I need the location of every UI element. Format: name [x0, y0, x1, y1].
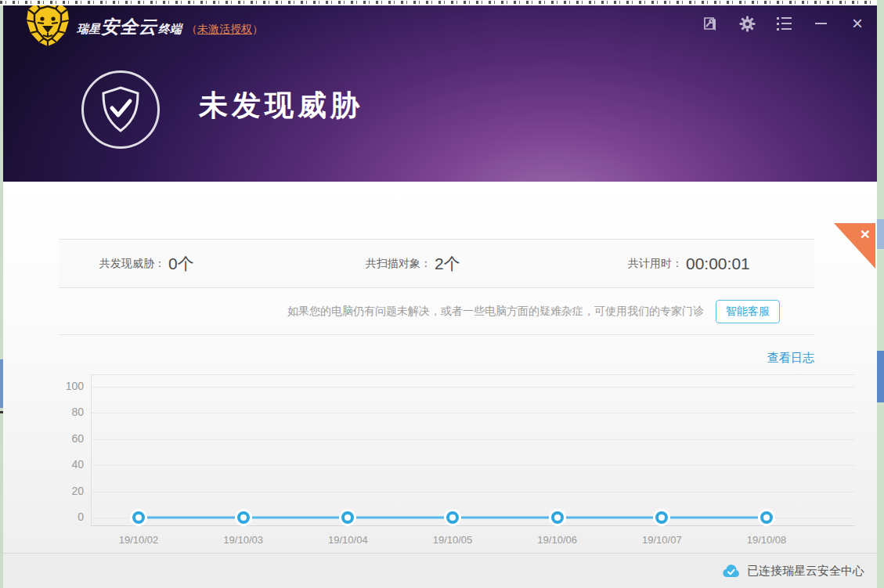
y-axis-tick-label: 80 [48, 406, 84, 418]
cloud-check-icon [722, 565, 740, 578]
close-icon[interactable]: × [849, 15, 866, 32]
stat-value: 00:00:01 [686, 254, 750, 273]
desktop-background-top-strip [0, 0, 884, 5]
license-paren: （ [186, 23, 197, 35]
license-paren: ） [252, 23, 263, 35]
license-text[interactable]: 未激活授权 [197, 23, 252, 35]
stat-value: 0个 [168, 253, 194, 275]
chart-line-svg [92, 375, 855, 528]
expert-service-text: 如果您的电脑仍有问题未解决，或者一些电脑方面的疑难杂症，可使用我们的专家门诊 [287, 305, 704, 319]
chart-data-point[interactable] [446, 511, 459, 524]
license-status-link[interactable]: （未激活授权） [186, 23, 263, 37]
rising-lion-logo [22, 5, 74, 47]
desktop-artifact [877, 351, 884, 402]
y-axis-tick-label: 100 [48, 380, 84, 392]
y-axis-tick-label: 20 [48, 485, 84, 497]
menu-list-icon[interactable] [775, 15, 792, 32]
chart-data-point[interactable] [551, 511, 564, 524]
desktop-background-right-strip [877, 0, 884, 588]
x-axis-tick-label: 19/10/03 [204, 534, 283, 546]
stat-total-time: 共计用时： 00:00:01 [628, 240, 750, 287]
app-window: 瑞星 安全云 终端 （未激活授权） [3, 5, 877, 588]
stat-label: 共计用时： [628, 257, 683, 271]
divider [59, 334, 814, 335]
titlebar-controls: × [702, 15, 866, 32]
cloud-connection-status: 已连接瑞星云安全中心 [747, 564, 864, 579]
toolbox-icon[interactable] [702, 15, 719, 32]
chart-data-point[interactable] [760, 511, 773, 524]
stat-threats-found: 共发现威胁： 0个 [99, 240, 194, 287]
x-axis-tick-label: 19/10/02 [99, 534, 178, 546]
stat-label: 共发现威胁： [99, 257, 165, 271]
desktop-text-artifact [0, 1, 884, 4]
x-axis-tick-label: 19/10/04 [308, 534, 387, 546]
brand-main: 安全云 [101, 15, 157, 39]
smart-service-button[interactable]: 智能客服 [716, 300, 780, 323]
chart-data-point[interactable] [237, 511, 250, 524]
stat-label: 共扫描对象： [366, 257, 431, 271]
minimize-icon[interactable] [812, 15, 829, 32]
desktop-artifact [877, 219, 884, 249]
scan-stats-row: 共发现威胁： 0个 共扫描对象： 2个 共计用时： 00:00:01 [59, 240, 814, 287]
brand-prefix: 瑞星 [77, 22, 100, 37]
x-axis-tick-label: 19/10/05 [413, 534, 492, 546]
view-log-link[interactable]: 查看日志 [763, 351, 814, 366]
scan-summary-content: 共发现威胁： 0个 共扫描对象： 2个 共计用时： 00:00:01 如果您的电… [3, 182, 877, 588]
y-axis-tick-label: 40 [48, 458, 84, 471]
status-bar: 已连接瑞星云安全中心 [3, 553, 877, 588]
scan-result-title: 未发现威胁 [199, 86, 363, 125]
stat-objects-scanned: 共扫描对象： 2个 [366, 240, 460, 287]
expert-service-row: 如果您的电脑仍有问题未解决，或者一些电脑方面的疑难杂症，可使用我们的专家门诊 智… [59, 288, 814, 334]
shield-check-icon [81, 70, 160, 149]
chart-plot: 02040608010019/10/0219/10/0319/10/0419/1… [91, 374, 854, 526]
x-axis-tick-label: 19/10/08 [727, 534, 806, 546]
settings-gear-icon[interactable] [738, 15, 756, 32]
x-axis-tick-label: 19/10/06 [518, 534, 597, 546]
chart-data-point[interactable] [132, 511, 145, 524]
y-axis-tick-label: 60 [48, 432, 84, 445]
stat-value: 2个 [435, 253, 460, 275]
brand-suffix: 终端 [158, 22, 182, 37]
y-axis-tick-label: 0 [48, 510, 84, 523]
header-banner: 瑞星 安全云 终端 （未激活授权） [3, 5, 877, 182]
ribbon-close-icon[interactable]: × [861, 225, 870, 243]
app-title: 瑞星 安全云 终端 （未激活授权） [77, 15, 263, 39]
x-axis-tick-label: 19/10/07 [622, 534, 701, 546]
